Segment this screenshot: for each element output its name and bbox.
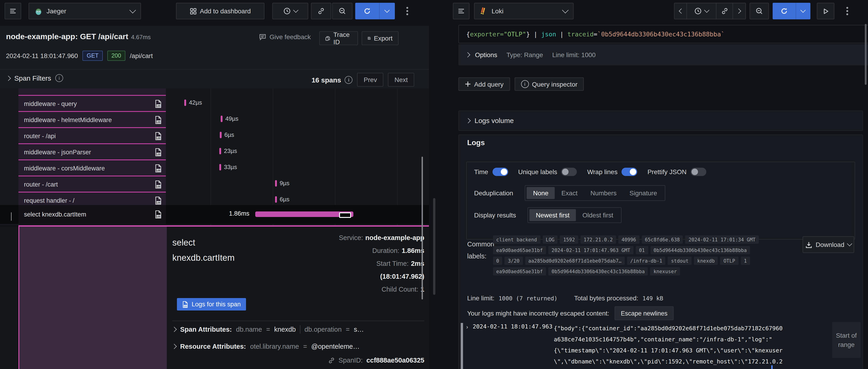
span-duration: Duration:1.86ms — [372, 247, 424, 254]
span-row[interactable]: middleware - helmetMiddleware LOG 49µs — [19, 111, 429, 127]
label-badge[interactable]: 3/20 — [505, 256, 523, 265]
link-split-button[interactable] — [716, 3, 733, 19]
refresh-interval-dropdown[interactable] — [796, 3, 810, 19]
http-method-badge: GET — [83, 51, 102, 61]
label-badge[interactable]: 1 — [741, 256, 750, 265]
datasource-picker-loki[interactable]: Loki — [474, 3, 574, 19]
span-child-count: Child Count:1 — [381, 286, 424, 293]
toggle-switch[interactable] — [561, 168, 577, 176]
left-pane-scrollbar[interactable] — [422, 157, 423, 300]
span-start-time: Start Time:2ms — [376, 260, 424, 267]
right-pane-scrollbar[interactable] — [865, 24, 866, 85]
query-inspector-label: Query inspector — [532, 81, 578, 88]
query-inspector-button[interactable]: i Query inspector — [515, 78, 584, 91]
dedup-option[interactable]: None — [527, 187, 555, 199]
log-document-icon[interactable]: LOG — [154, 196, 162, 205]
export-button[interactable]: Export — [362, 31, 399, 45]
label-badge[interactable]: 172.21.0.2 — [581, 236, 616, 244]
label-badge[interactable]: 0b5d9644db3306b430ec43c136b88bba — [548, 267, 648, 275]
label-badge[interactable]: LOG — [542, 236, 558, 244]
left-pane-more-menu[interactable] — [402, 3, 413, 19]
log-document-icon[interactable]: LOG — [154, 99, 162, 108]
time-shift-forward-button[interactable] — [733, 3, 746, 19]
log-document-icon[interactable]: LOG — [154, 164, 162, 173]
run-query-button[interactable] — [817, 3, 834, 19]
label-badge[interactable]: OTLP — [720, 256, 739, 265]
label-badge[interactable]: 40996 — [618, 236, 639, 244]
refresh-button[interactable] — [355, 3, 379, 19]
span-row[interactable]: router - /api LOG 6µs — [19, 127, 429, 143]
toggle-switch[interactable] — [691, 168, 706, 176]
resource-attributes-row[interactable]: Resource Attributes: otel.library.name =… — [172, 343, 424, 350]
loki-query-editor[interactable]: {exporter="OTLP"} | json | traceid=`0b5d… — [458, 25, 868, 43]
add-query-button[interactable]: Add query — [458, 78, 510, 91]
log-document-icon[interactable]: LOG — [154, 132, 162, 141]
refresh-button[interactable] — [773, 3, 796, 19]
zoom-out-button[interactable] — [750, 3, 769, 19]
log-document-icon[interactable]: LOG — [154, 116, 162, 124]
label-badge[interactable]: knexuser — [650, 267, 680, 275]
info-icon: i — [521, 80, 529, 88]
download-button[interactable]: Download — [803, 236, 854, 253]
span-row[interactable]: middleware - query LOG 42µs — [19, 95, 429, 111]
label-badge[interactable]: ea9d0aed65ae31bf — [493, 246, 546, 254]
label-badge[interactable]: client backend — [493, 236, 540, 244]
logs-volume-toggle[interactable]: Logs volume — [459, 111, 863, 130]
label-badge[interactable]: /infra-db-1 — [627, 256, 665, 265]
datasource-picker-jaeger[interactable]: Jaeger — [29, 3, 141, 19]
label-badge[interactable]: 1592 — [560, 236, 578, 244]
dedup-option[interactable]: Signature — [623, 187, 664, 199]
span-attributes-row[interactable]: Span Attributes: db.name = knexdb db.ope… — [172, 325, 424, 334]
download-label: Download — [816, 241, 844, 248]
label-badge[interactable]: 0b5d9644db3306b430ec43c136b88bba — [650, 246, 750, 254]
span-filters-toggle[interactable]: Span Filters i — [6, 74, 63, 82]
display-option[interactable]: Oldest first — [576, 209, 620, 221]
info-icon: i — [345, 76, 353, 84]
label-badge[interactable]: aa285bd0d9202e68f71d1ebe075dab7… — [525, 256, 625, 265]
logs-meta-row: Line limit: 1000 (7 returned) Total byte… — [467, 295, 663, 302]
link-split-button[interactable] — [311, 3, 331, 19]
escape-newlines-button[interactable]: Escape newlines — [615, 306, 674, 320]
log-document-icon[interactable]: LOG — [154, 180, 162, 189]
span-id-row[interactable]: SpanID: ccf888ae50a06325 — [328, 357, 424, 364]
prev-span-button[interactable]: Prev — [357, 73, 383, 87]
label-badge[interactable]: ea9d0aed65ae31bf — [493, 267, 546, 275]
log-document-icon[interactable]: LOG — [154, 148, 162, 157]
add-to-dashboard-button[interactable]: Add to dashboard — [176, 3, 265, 19]
span-row[interactable]: middleware - corsMiddleware LOG 33µs — [19, 159, 429, 176]
logs-for-this-span-button[interactable]: LOG Logs for this span — [177, 298, 246, 310]
dedup-option[interactable]: Exact — [555, 187, 584, 199]
refresh-interval-dropdown[interactable] — [379, 3, 395, 19]
display-option[interactable]: Newest first — [529, 209, 576, 221]
label-badge[interactable]: 65c8fd6e.638 — [642, 236, 683, 244]
span-row[interactable]: middleware - jsonParser LOG 23µs — [19, 143, 429, 159]
toggle-switch[interactable] — [492, 168, 508, 176]
toggle-switch[interactable] — [622, 168, 638, 176]
right-pane-more-menu[interactable] — [842, 3, 853, 19]
pane-resize-handle[interactable] — [433, 198, 435, 295]
left-menu-button[interactable] — [5, 3, 21, 19]
chevron-right-icon — [466, 118, 471, 123]
right-menu-button[interactable] — [453, 3, 469, 19]
label-badge[interactable]: stdout — [668, 256, 692, 265]
time-picker-button[interactable] — [687, 3, 716, 19]
span-duration-marker — [275, 180, 277, 187]
bytes-processed-value: 149 kB — [643, 295, 663, 302]
zoom-out-button[interactable] — [332, 3, 352, 19]
log-document-icon[interactable]: LOG — [154, 210, 162, 219]
label-badge[interactable]: 0 — [493, 256, 502, 265]
label-badge[interactable]: 01 — [636, 246, 648, 254]
time-picker-button[interactable] — [272, 3, 308, 19]
query-options-row[interactable]: Options Type: Range Line limit: 1000 — [458, 44, 868, 65]
log-row[interactable]: › 2024-02-11 18:01:47.963 {"body":{"cont… — [461, 322, 861, 369]
give-feedback-link[interactable]: Give feedback — [259, 33, 311, 40]
trace-id-button[interactable]: Trace ID — [319, 31, 358, 45]
selected-span-row[interactable]: select knexdb.cartItem LOG 1.86ms — [0, 205, 429, 224]
label-badge[interactable]: 2024-02-11 17:01:34 GMT — [685, 236, 759, 244]
time-shift-back-button[interactable] — [674, 3, 687, 19]
span-row[interactable]: router - /cart LOG 9µs — [19, 176, 429, 192]
label-badge[interactable]: 2024-02-11 17:01:47.963 GMT — [548, 246, 633, 254]
next-span-button[interactable]: Next — [388, 73, 414, 87]
dedup-option[interactable]: Numbers — [584, 187, 623, 199]
label-badge[interactable]: knexdb — [694, 256, 718, 265]
